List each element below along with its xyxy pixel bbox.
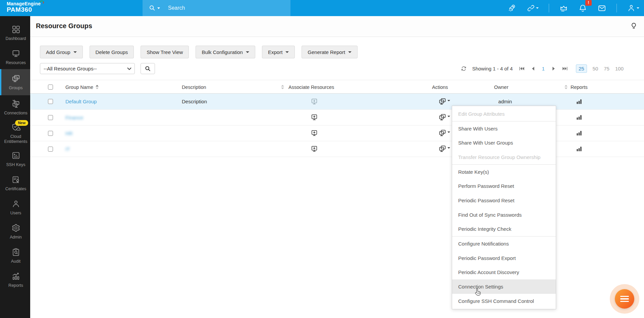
search-icon[interactable] [149,4,156,12]
row-checkbox[interactable] [48,131,53,136]
resource-group-filter-select[interactable]: --All Resource Groups-- [40,63,135,74]
button-label: Delete Groups [96,49,128,55]
menu-item-configure-ssh-command-control[interactable]: Configure SSH Command Control [452,294,556,308]
bell-icon[interactable]: ! [578,4,587,13]
sidebar-item-admin[interactable]: Admin [0,219,30,244]
menu-item-periodic-account-discovery[interactable]: Periodic Account Discovery [452,265,556,280]
first-page-icon[interactable] [519,66,525,71]
row-actions-menu-button[interactable] [438,145,450,153]
group-name-link[interactable]: HR [65,130,73,136]
filter-search-button[interactable] [141,63,155,74]
chevron-down-icon [246,51,249,53]
crown-icon[interactable] [559,4,568,13]
bulk-configuration-button[interactable]: Bulk Configuration [196,46,255,58]
group-name-link[interactable]: IT [65,146,70,152]
menu-item-find-out-of-sync-passwords[interactable]: Find Out of Sync Passwords [452,208,556,222]
sidebar-item-audit[interactable]: Audit [0,244,30,268]
certificates-icon [11,175,20,184]
report-icon[interactable] [576,141,582,157]
topbar-separator [616,4,617,12]
row-checkbox[interactable] [48,147,53,152]
previous-page-icon[interactable] [531,66,535,71]
group-description: Description [182,94,207,109]
report-icon[interactable] [576,94,582,109]
menu-item-share-with-user-groups[interactable]: Share With User Groups [452,136,556,150]
column-header-associate-resources[interactable]: Associate Resources [288,80,334,94]
search-scope-caret-icon[interactable] [157,7,160,9]
sidebar-item-connections[interactable]: Connections [0,95,30,119]
sidebar-item-certificates[interactable]: Certificates [0,171,30,195]
menu-item-rotate-keys[interactable]: Rotate Key(s) [452,165,556,179]
column-header-group-name[interactable]: Group Name [65,85,93,90]
menu-item-perform-password-reset[interactable]: Perform Password Reset [452,179,556,193]
global-search[interactable]: Search [143,0,290,16]
refresh-icon[interactable] [461,65,467,72]
pagination: Showing 1 - 4 of 4 1 25 50 75 [461,64,624,73]
menu-item-periodic-password-reset[interactable]: Periodic Password Reset [452,193,556,208]
sidebar-item-users[interactable]: Users [0,195,30,219]
page-title: Resource Groups [36,22,92,30]
associate-resources-icon[interactable] [311,125,318,141]
menu-item-periodic-password-export[interactable]: Periodic Password Export [452,251,556,265]
delete-groups-button[interactable]: Delete Groups [90,46,134,58]
mail-icon[interactable] [597,4,606,13]
brand-logo[interactable]: ManageEngine PAM360 [7,1,41,13]
chevron-down-icon [447,147,450,149]
row-actions-menu-button[interactable] [438,98,450,106]
quick-menu-fab-button[interactable] [615,289,634,309]
sort-icon[interactable] [281,80,284,94]
sidebar-item-label: Reports [8,283,23,288]
menu-item-periodic-integrity-check[interactable]: Periodic Integrity Check [452,222,556,236]
menu-item-connection-settings[interactable]: Connection Settings [452,279,556,294]
associate-resources-icon[interactable] [311,94,318,109]
search-input[interactable]: Search [168,5,185,11]
lightbulb-icon[interactable] [630,22,638,31]
row-actions-menu-button[interactable] [438,113,450,121]
link-icon[interactable] [527,4,539,12]
account-icon[interactable] [627,4,639,12]
page-size-50[interactable]: 50 [593,66,598,71]
notification-badge: ! [585,0,592,6]
button-label: Generate Report [308,49,345,55]
group-name-link[interactable]: Default Group [65,99,97,104]
menu-item-configure-notifications[interactable]: Configure Notifications [452,236,556,251]
sidebar-item-dashboard[interactable]: Dashboard [0,21,30,45]
sidebar-item-cloud-entitlements[interactable]: New Cloud Entitlements [0,119,30,147]
sidebar-item-resources[interactable]: Resources [0,45,30,69]
row-checkbox[interactable] [48,115,53,120]
sidebar-item-ssh-keys[interactable]: SSH SSH Keys [0,147,30,171]
show-tree-view-button[interactable]: Show Tree View [141,46,189,58]
sort-icon[interactable] [565,80,568,94]
export-button[interactable]: Export [262,46,295,58]
search-icon [145,65,151,72]
column-header-reports[interactable]: Reports [571,80,588,94]
groups-icon [11,74,20,83]
button-label: Show Tree View [147,49,183,55]
sidebar-item-label: Admin [10,235,21,240]
generate-report-button[interactable]: Generate Report [302,46,358,58]
page-size-100[interactable]: 100 [615,66,624,71]
report-icon[interactable] [576,125,582,141]
page-size-25[interactable]: 25 [576,64,587,73]
row-checkbox[interactable] [48,99,53,104]
next-page-icon[interactable] [552,66,555,71]
add-group-button[interactable]: Add Group [40,46,83,58]
report-icon[interactable] [576,110,582,125]
sidebar-item-label: Dashboard [5,36,26,41]
sidebar-item-reports[interactable]: Reports [0,268,30,292]
page-number[interactable]: 1 [541,66,545,71]
associate-resources-icon[interactable] [311,141,318,157]
sort-icon[interactable] [96,85,99,89]
menu-item-share-with-users[interactable]: Share With Users [452,121,556,136]
associate-resources-icon[interactable] [311,110,318,125]
group-name-link[interactable]: Finance [65,115,83,120]
chevron-down-icon [285,51,289,53]
select-all-checkbox[interactable] [48,85,53,90]
rocket-icon[interactable] [508,4,517,12]
page-size-75[interactable]: 75 [604,66,609,71]
column-header-description[interactable]: Description [182,80,206,94]
sidebar-item-label: Connections [4,111,28,115]
sidebar-item-groups[interactable]: Groups [0,69,30,95]
row-actions-menu-button[interactable] [438,129,450,137]
last-page-icon[interactable] [562,66,568,71]
